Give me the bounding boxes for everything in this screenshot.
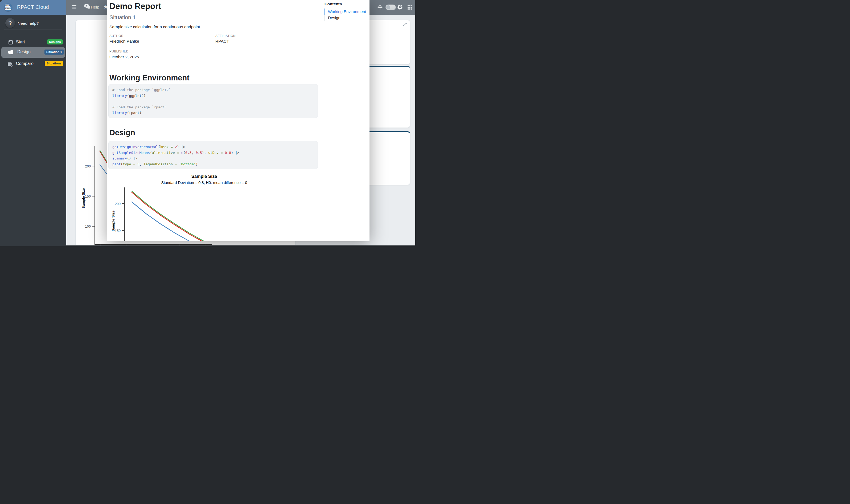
compare-icon <box>7 61 13 67</box>
report-preview-modal: Demo Report Situation 1 Sample size calc… <box>107 0 369 241</box>
help-icon[interactable]: ? <box>84 4 91 10</box>
sidebar-item-compare[interactable]: Compare Situations <box>0 59 66 70</box>
affiliation-value: RPACT <box>215 39 229 44</box>
section-heading-design: Design <box>109 128 135 137</box>
contents-heading: Contents <box>325 2 368 6</box>
author-label: AUTHOR <box>109 34 124 38</box>
arrows-move-icon[interactable] <box>378 5 382 10</box>
grid-icon[interactable] <box>407 5 412 10</box>
sidebar-item-start[interactable]: Start Designs <box>0 37 66 48</box>
sidebar-item-label: Start <box>16 40 25 44</box>
section-heading-working-environment: Working Environment <box>109 73 189 82</box>
svg-text:?: ? <box>86 5 87 7</box>
need-help-link[interactable]: Need help? <box>18 21 39 26</box>
series-blue <box>100 164 107 174</box>
toc-item-design[interactable]: Design <box>325 15 368 21</box>
sidebar-item-design[interactable]: Design Situation 1 <box>1 47 65 58</box>
svg-text:100: 100 <box>85 224 91 229</box>
sidebar-header: PACT R Cloud RPACT Cloud <box>0 0 66 15</box>
brightness-sun-icon[interactable] <box>397 4 403 10</box>
series-red <box>100 151 107 163</box>
sidebar-item-label: Design <box>17 50 31 54</box>
design-icon <box>8 50 13 55</box>
app-window: ? Help ★ PACT <box>0 0 415 246</box>
svg-text:150: 150 <box>85 194 91 198</box>
modal-description: Sample size calculation for a continuous… <box>109 24 200 29</box>
logo-text-cloud: Cloud <box>5 7 11 10</box>
chart-subtitle: Standard Deviation = 0.8, H0: mean diffe… <box>124 181 284 185</box>
modal-subtitle: Situation 1 <box>109 14 136 20</box>
toggle-knob <box>386 5 390 9</box>
app-logo[interactable]: PACT R Cloud <box>4 3 12 11</box>
bg-chart-ylabel: Sample Size <box>82 188 86 209</box>
background-rule <box>295 245 415 245</box>
hamburger-menu-icon[interactable] <box>72 5 76 10</box>
sidebar: PACT R Cloud RPACT Cloud ? Need help? St… <box>0 0 66 246</box>
app-title: RPACT Cloud <box>17 4 49 10</box>
svg-text:200: 200 <box>85 164 91 168</box>
author-value: Friedrich Pahlke <box>109 39 139 44</box>
dark-mode-toggle[interactable] <box>385 4 396 10</box>
published-label: PUBLISHED <box>109 50 129 53</box>
situation-badge: Situation 1 <box>44 50 64 55</box>
viewport-bottom-edge <box>66 245 415 246</box>
svg-text:200: 200 <box>115 202 121 206</box>
series-green <box>100 150 107 162</box>
code-block-environment: # Load the package `ggplot2`library(ggpl… <box>108 84 318 118</box>
svg-text:150: 150 <box>115 229 121 233</box>
expand-icon[interactable] <box>403 22 407 26</box>
toc-item-working-environment[interactable]: Working Environment <box>325 8 368 15</box>
sidebar-divider <box>4 30 62 30</box>
situations-badge: Situations <box>45 61 64 66</box>
series-green <box>132 191 204 241</box>
series-red <box>132 192 204 241</box>
chart-ylabel: Sample Size <box>111 210 115 231</box>
contents-nav: Contents Working Environment Design <box>325 2 368 21</box>
affiliation-label: AFFILIATION <box>215 34 236 38</box>
published-value: October 2, 2025 <box>109 55 139 59</box>
sidebar-item-label: Compare <box>16 61 34 66</box>
help-label[interactable]: Help <box>91 5 99 10</box>
designs-badge: Designs <box>47 39 63 44</box>
chart-title: Sample Size <box>124 174 284 179</box>
sample-size-chart: 200 150 Sample Size <box>107 186 369 241</box>
question-avatar-icon[interactable]: ? <box>5 18 15 28</box>
modal-title: Demo Report <box>109 2 161 11</box>
start-icon <box>8 40 13 45</box>
code-block-design: getDesignInverseNormal(kMax = 2) |> getS… <box>108 141 318 169</box>
